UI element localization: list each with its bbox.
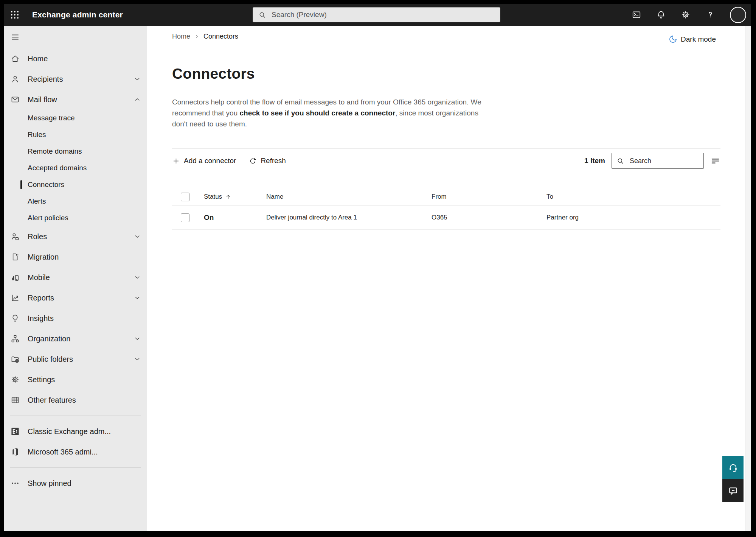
sidebar: HomeRecipientsMail flowMessage traceRule… (4, 26, 147, 531)
moon-icon (669, 35, 677, 44)
sidebar-item-alerts[interactable]: Alerts (4, 193, 147, 210)
sidebar-nav: HomeRecipientsMail flowMessage traceRule… (4, 48, 147, 493)
exchange-admin-center-window: Exchange admin center HomeRecipientsMail… (4, 4, 751, 531)
sidebar-item-label: Settings (28, 375, 55, 384)
support-button[interactable] (722, 456, 744, 479)
filter-icon[interactable] (710, 156, 720, 166)
column-header-to[interactable]: To (546, 193, 720, 201)
avatar[interactable] (730, 7, 746, 23)
sidebar-item-accepted-domains[interactable]: Accepted domains (4, 160, 147, 176)
sidebar-item-organization[interactable]: Organization (4, 328, 147, 349)
sidebar-item-home[interactable]: Home (4, 48, 147, 69)
sidebar-item-public-folders[interactable]: Public folders (4, 349, 147, 369)
organization-icon (11, 334, 20, 343)
header-checkbox-cell (172, 193, 204, 201)
sidebar-item-microsoft-365-admin[interactable]: Microsoft 365 admi... (4, 442, 147, 462)
sidebar-item-mobile[interactable]: Mobile (4, 267, 147, 288)
refresh-label: Refresh (261, 157, 286, 165)
mail-icon (11, 95, 20, 104)
sidebar-item-label: Classic Exchange adm... (28, 427, 111, 436)
dark-mode-label: Dark mode (681, 35, 716, 44)
hamburger-menu-icon[interactable] (11, 33, 20, 42)
sidebar-item-migration[interactable]: Migration (4, 247, 147, 267)
sidebar-item-rules[interactable]: Rules (4, 126, 147, 143)
exchange-logo-icon (11, 427, 20, 436)
sidebar-item-label: Alert policies (28, 214, 68, 222)
description-emphasis: check to see if you should create a conn… (239, 109, 395, 117)
cell-status: On (204, 213, 266, 222)
app-launcher-icon[interactable] (10, 10, 20, 20)
chevron-right-icon (194, 34, 200, 39)
dark-mode-toggle[interactable]: Dark mode (669, 35, 716, 44)
sidebar-item-label: Accepted domains (28, 164, 87, 172)
sidebar-item-label: Recipients (28, 75, 63, 84)
other-features-icon (11, 395, 20, 405)
sidebar-item-alert-policies[interactable]: Alert policies (4, 210, 147, 226)
bell-icon[interactable] (656, 10, 666, 20)
headset-icon (728, 462, 738, 473)
breadcrumb-home[interactable]: Home (172, 33, 190, 40)
global-search-input[interactable] (271, 10, 495, 19)
screenshot-frame: Exchange admin center HomeRecipientsMail… (0, 0, 756, 537)
floating-buttons (722, 456, 744, 502)
toolbar-right: 1 item (584, 153, 720, 169)
main-panel: Home Connectors Dark mode Connectors Con… (147, 26, 751, 531)
sidebar-item-label: Rules (28, 131, 46, 139)
chevron-down-icon (134, 233, 141, 240)
sidebar-item-label: Microsoft 365 admi... (28, 448, 98, 456)
refresh-button[interactable]: Refresh (249, 157, 286, 165)
toolbar: Add a connector Refresh 1 item (172, 149, 720, 173)
chevron-down-icon (134, 75, 141, 83)
sidebar-item-insights[interactable]: Insights (4, 308, 147, 328)
sidebar-item-remote-domains[interactable]: Remote domains (4, 143, 147, 160)
gear-icon[interactable] (681, 10, 691, 20)
sidebar-item-mail-flow[interactable]: Mail flow (4, 89, 147, 110)
breadcrumb: Home Connectors (172, 33, 720, 40)
cell-from: O365 (432, 214, 546, 221)
column-header-label: Status (204, 193, 222, 201)
sidebar-item-label: Roles (28, 232, 47, 241)
breadcrumb-current: Connectors (203, 33, 238, 40)
ellipsis-icon (11, 479, 20, 488)
add-connector-button[interactable]: Add a connector (172, 157, 236, 165)
terminal-icon[interactable] (632, 10, 641, 20)
home-icon (11, 54, 20, 63)
refresh-icon (249, 157, 257, 165)
sidebar-item-label: Connectors (28, 181, 64, 189)
feedback-button[interactable] (722, 479, 744, 502)
sidebar-item-settings[interactable]: Settings (4, 369, 147, 390)
list-search-input[interactable] (629, 157, 699, 165)
list-search[interactable] (612, 153, 704, 169)
table-row[interactable]: OnDeliver journal directly to Area 1O365… (172, 206, 720, 230)
cell-to-value: Partner org (546, 214, 579, 221)
sidebar-item-message-trace[interactable]: Message trace (4, 110, 147, 126)
row-checkbox-cell (172, 213, 204, 222)
sidebar-item-label: Reports (28, 294, 54, 302)
table-header-row: StatusNameFromTo (172, 188, 720, 206)
column-header-status[interactable]: Status (204, 193, 266, 201)
cell-from-value: O365 (432, 214, 447, 221)
sidebar-item-other-features[interactable]: Other features (4, 390, 147, 410)
chevron-down-icon (134, 294, 141, 302)
sidebar-item-recipients[interactable]: Recipients (4, 69, 147, 89)
public-folders-icon (11, 355, 20, 364)
row-checkbox[interactable] (181, 213, 189, 222)
column-header-name[interactable]: Name (266, 193, 432, 201)
chevron-down-icon (134, 355, 141, 363)
column-header-label: To (546, 193, 553, 200)
sidebar-item-show-pinned[interactable]: Show pinned (4, 473, 147, 493)
select-all-checkbox[interactable] (181, 193, 189, 201)
help-icon[interactable] (705, 10, 715, 20)
sidebar-item-label: Migration (28, 253, 59, 261)
sidebar-item-reports[interactable]: Reports (4, 288, 147, 308)
sidebar-item-label: Message trace (28, 114, 75, 122)
sidebar-item-roles[interactable]: Roles (4, 226, 147, 247)
app-title: Exchange admin center (32, 4, 123, 26)
search-icon (258, 11, 266, 19)
global-search[interactable] (253, 7, 500, 22)
sidebar-item-label: Mobile (28, 273, 50, 282)
sidebar-divider (10, 416, 141, 416)
column-header-from[interactable]: From (432, 193, 546, 201)
sidebar-item-classic-exchange-admin[interactable]: Classic Exchange adm... (4, 421, 147, 442)
sidebar-item-connectors[interactable]: Connectors (4, 176, 147, 193)
